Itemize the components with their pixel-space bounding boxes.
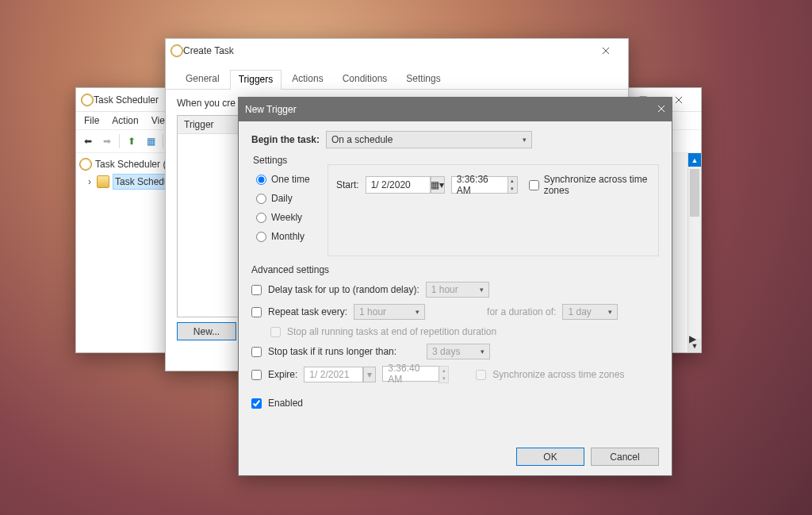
- begin-task-value: On a schedule: [331, 134, 393, 145]
- app-icon: [81, 94, 94, 106]
- expire-sync-checkbox: [476, 370, 486, 380]
- app-icon: [170, 44, 183, 57]
- chevron-down-icon: ▾: [473, 348, 485, 356]
- forward-button[interactable]: ➡: [98, 133, 116, 150]
- calendar-icon: ▦▾: [431, 179, 444, 190]
- new-trigger-dialog: New Trigger Begin the task: On a schedul…: [238, 97, 672, 476]
- window-title: Create Task: [183, 45, 588, 56]
- time-spinner[interactable]: ▴▾: [508, 176, 518, 194]
- scroll-thumb[interactable]: [690, 169, 699, 217]
- repeat-every-select[interactable]: 1 hour▾: [354, 304, 425, 320]
- ok-button[interactable]: OK: [516, 448, 584, 466]
- close-button[interactable]: [634, 104, 665, 115]
- calendar-button[interactable]: ▦▾: [431, 176, 445, 194]
- refresh-button[interactable]: ▦: [142, 133, 159, 150]
- chevron-down-icon: ▾: [472, 286, 484, 294]
- pane-expand-icon[interactable]: ▶: [689, 333, 696, 344]
- chevron-down-icon: ▾: [367, 369, 372, 380]
- delay-select[interactable]: 1 hour▾: [426, 282, 489, 298]
- chevron-down-icon: ▾: [408, 308, 419, 316]
- titlebar[interactable]: Create Task: [166, 39, 628, 63]
- delay-label: Delay task for up to (random delay):: [268, 284, 419, 295]
- menu-file[interactable]: File: [79, 113, 104, 128]
- expire-date-field[interactable]: 1/ 2/2021: [304, 367, 363, 382]
- enabled-checkbox[interactable]: [251, 398, 262, 409]
- folder-icon: [97, 175, 109, 188]
- expire-checkbox[interactable]: [251, 370, 262, 380]
- chevron-down-icon: ▾: [515, 136, 527, 144]
- stop-if-select[interactable]: 3 days▾: [427, 344, 490, 359]
- repeat-checkbox[interactable]: [251, 307, 262, 317]
- delay-checkbox[interactable]: [251, 285, 262, 295]
- stop-if-checkbox[interactable]: [251, 347, 262, 357]
- start-label: Start:: [336, 179, 359, 190]
- radio-daily[interactable]: Daily: [256, 193, 320, 204]
- expire-sync-label: Synchronize across time zones: [492, 369, 624, 380]
- scrollbar[interactable]: ▲ ▼: [688, 153, 701, 352]
- tab-actions[interactable]: Actions: [283, 69, 331, 89]
- tab-general[interactable]: General: [177, 69, 228, 89]
- stop-all-checkbox: [270, 327, 281, 337]
- radio-weekly[interactable]: Weekly: [256, 212, 320, 223]
- tab-triggers[interactable]: Triggers: [230, 70, 282, 90]
- new-button[interactable]: New...: [177, 322, 236, 340]
- dialog-title: New Trigger: [245, 104, 634, 115]
- cancel-button[interactable]: Cancel: [591, 448, 659, 466]
- tab-conditions[interactable]: Conditions: [334, 69, 396, 89]
- expire-time-field[interactable]: 3:36:40 AM: [382, 366, 439, 382]
- tabs: General Triggers Actions Conditions Sett…: [166, 63, 628, 90]
- up-button[interactable]: ⬆: [123, 133, 140, 150]
- advanced-label: Advanced settings: [251, 264, 659, 275]
- back-button[interactable]: ⬅: [79, 133, 97, 150]
- recurrence-group: One time Daily Weekly Monthly: [251, 167, 320, 256]
- start-date-field[interactable]: 1/ 2/2020: [366, 176, 431, 194]
- stop-all-label: Stop all running tasks at end of repetit…: [287, 326, 496, 337]
- chevron-right-icon[interactable]: ›: [86, 176, 94, 187]
- tree-root-label: Task Scheduler (: [95, 159, 166, 170]
- expire-time-spinner[interactable]: ▴▾: [439, 366, 449, 383]
- begin-task-select[interactable]: On a schedule ▾: [326, 131, 532, 148]
- expire-calendar-button[interactable]: ▾: [363, 367, 376, 382]
- col-trigger[interactable]: Trigger: [178, 116, 220, 133]
- repeat-for-label: for a duration of:: [487, 306, 556, 317]
- repeat-for-select[interactable]: 1 day▾: [562, 304, 618, 320]
- expire-label: Expire:: [268, 369, 297, 380]
- stop-if-label: Stop task if it runs longer than:: [268, 346, 396, 357]
- scroll-up-button[interactable]: ▲: [688, 153, 701, 167]
- start-time-field[interactable]: 3:36:36 AM: [451, 176, 508, 194]
- radio-monthly[interactable]: Monthly: [256, 231, 320, 242]
- tab-settings[interactable]: Settings: [397, 69, 449, 89]
- clock-icon: [79, 158, 92, 171]
- titlebar[interactable]: New Trigger: [239, 98, 672, 121]
- repeat-label: Repeat task every:: [268, 306, 347, 317]
- begin-task-label: Begin the task:: [251, 134, 320, 145]
- close-button[interactable]: [588, 40, 623, 62]
- radio-one-time[interactable]: One time: [256, 174, 320, 185]
- enabled-label: Enabled: [268, 398, 303, 409]
- chevron-down-icon: ▾: [600, 308, 612, 316]
- sync-tz-checkbox[interactable]: Synchronize across time zones: [529, 174, 650, 196]
- menu-action[interactable]: Action: [107, 113, 143, 128]
